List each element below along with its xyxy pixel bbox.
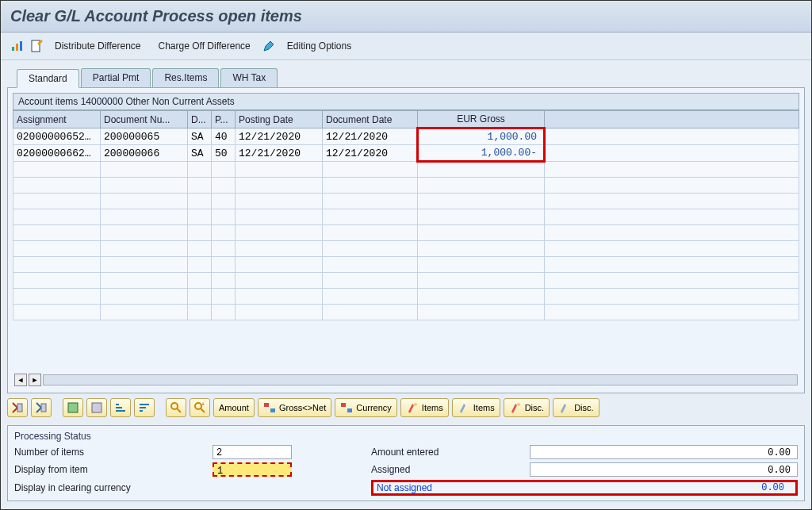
items-on-button[interactable]: Items [400, 398, 449, 417]
table-cell-empty [212, 194, 236, 209]
svg-text:+: + [201, 401, 205, 407]
col-doc-type[interactable]: D... [188, 111, 212, 128]
table-cell[interactable]: SA [188, 128, 212, 145]
table-cell[interactable]: 12/21/2020 [323, 145, 418, 162]
assigned-value: 0.00 [530, 462, 798, 477]
table-cell-empty [13, 305, 101, 320]
table-cell-empty [545, 225, 799, 241]
col-posting-key[interactable]: P... [212, 111, 236, 128]
table-row-empty [13, 257, 799, 273]
editing-options-button[interactable]: Editing Options [281, 39, 358, 53]
table-cell-empty [323, 225, 418, 241]
table-cell-empty [13, 209, 101, 225]
open-items-table: Assignment Document Nu... D... P... Post… [13, 110, 799, 320]
table-row-empty [13, 273, 799, 289]
table-row[interactable]: 02000000652…200000065SA4012/21/202012/21… [13, 128, 799, 145]
table-cell-empty [212, 178, 236, 194]
table-cell[interactable]: SA [188, 145, 212, 162]
deselect-block-button[interactable] [86, 398, 107, 417]
table-cell[interactable]: 200000066 [101, 145, 188, 162]
tab-res-items[interactable]: Res.Items [152, 68, 219, 87]
tab-wh-tax[interactable]: WH Tax [220, 68, 278, 87]
table-cell-empty [101, 209, 188, 225]
find-next-button[interactable]: + [190, 398, 210, 417]
svg-rect-6 [68, 403, 78, 412]
edit-doc-icon[interactable] [29, 39, 44, 53]
table-cell-empty [212, 162, 236, 178]
table-cell-empty [418, 273, 545, 289]
table-cell-empty [545, 241, 799, 257]
tab-partial-pmt[interactable]: Partial Pmt [81, 68, 151, 87]
table-cell-empty [212, 209, 236, 225]
table-cell[interactable]: 50 [212, 145, 236, 162]
table-cell-empty [188, 194, 212, 209]
table-row-empty [13, 178, 799, 194]
table-cell-empty [545, 273, 799, 289]
table-cell-empty [323, 305, 418, 320]
table-cell[interactable]: 200000065 [101, 128, 188, 145]
sort-asc-button[interactable] [110, 398, 131, 417]
chart-icon[interactable] [10, 39, 25, 53]
table-row-empty [13, 289, 799, 305]
scroll-left-icon[interactable]: ◄ [14, 374, 27, 386]
col-document-number[interactable]: Document Nu... [101, 111, 188, 128]
table-cell-empty [236, 241, 323, 257]
table-cell-empty [188, 305, 212, 320]
disc-off-button[interactable]: Disc. [553, 398, 599, 417]
svg-rect-12 [140, 407, 146, 408]
select-block-button[interactable] [63, 398, 83, 417]
amount-cell[interactable]: 1,000.00 [418, 128, 545, 145]
table-row[interactable]: 02000000662…200000066SA5012/21/202012/21… [13, 145, 799, 162]
svg-rect-20 [270, 408, 275, 412]
disc-on-button[interactable]: Disc. [504, 398, 550, 417]
svg-rect-21 [341, 403, 346, 407]
tab-standard[interactable]: Standard [17, 69, 79, 88]
table-cell[interactable]: 02000000662… [13, 145, 101, 162]
charge-off-difference-button[interactable]: Charge Off Difference [152, 39, 257, 53]
scroll-right-icon[interactable]: ► [29, 374, 41, 386]
table-cell[interactable]: 12/21/2020 [236, 128, 323, 145]
table-cell-empty [188, 241, 212, 257]
table-row-empty [13, 305, 799, 320]
display-from-input[interactable]: 1 [213, 462, 292, 477]
svg-rect-1 [16, 44, 18, 51]
table-cell[interactable]: 12/21/2020 [236, 145, 323, 162]
table-cell[interactable]: 40 [212, 128, 236, 145]
table-cell-empty [101, 257, 188, 273]
pencil-icon[interactable] [262, 39, 276, 53]
select-all-button[interactable] [7, 398, 28, 417]
table-cell-empty [236, 209, 323, 225]
table-header-row: Assignment Document Nu... D... P... Post… [13, 111, 799, 128]
col-document-date[interactable]: Document Date [323, 111, 418, 128]
amount-entered-label: Amount entered [371, 447, 530, 458]
scroll-track[interactable] [43, 374, 798, 385]
distribute-difference-button[interactable]: Distribute Difference [48, 39, 147, 53]
items-off-label: Items [473, 403, 495, 412]
assigned-label: Assigned [371, 464, 530, 475]
table-cell-empty [212, 241, 236, 257]
table-cell-empty [236, 225, 323, 241]
items-on-label: Items [422, 403, 443, 412]
table-cell-empty [236, 178, 323, 194]
table-cell-empty [323, 178, 418, 194]
table-cell-empty [188, 273, 212, 289]
items-off-button[interactable]: Items [452, 398, 500, 417]
sort-desc-button[interactable] [134, 398, 155, 417]
table-cell-empty [188, 178, 212, 194]
find-button[interactable] [166, 398, 186, 417]
deselect-all-button[interactable] [31, 398, 52, 417]
table-cell[interactable]: 12/21/2020 [323, 128, 418, 145]
currency-button[interactable]: Currency [335, 398, 397, 417]
col-posting-date[interactable]: Posting Date [236, 111, 323, 128]
currency-label: Currency [356, 403, 392, 412]
gross-net-label: Gross<>Net [279, 403, 326, 412]
col-assignment[interactable]: Assignment [13, 111, 101, 128]
amount-cell[interactable]: 1,000.00- [418, 145, 545, 162]
gross-net-button[interactable]: Gross<>Net [258, 398, 331, 417]
tab-strip: Standard Partial Pmt Res.Items WH Tax [1, 60, 811, 87]
amount-button[interactable]: Amount [213, 398, 255, 417]
col-eur-gross[interactable]: EUR Gross [418, 111, 545, 128]
table-cell-empty [101, 241, 188, 257]
table-cell[interactable]: 02000000652… [13, 128, 101, 145]
main-toolbar: Distribute Difference Charge Off Differe… [1, 33, 811, 60]
